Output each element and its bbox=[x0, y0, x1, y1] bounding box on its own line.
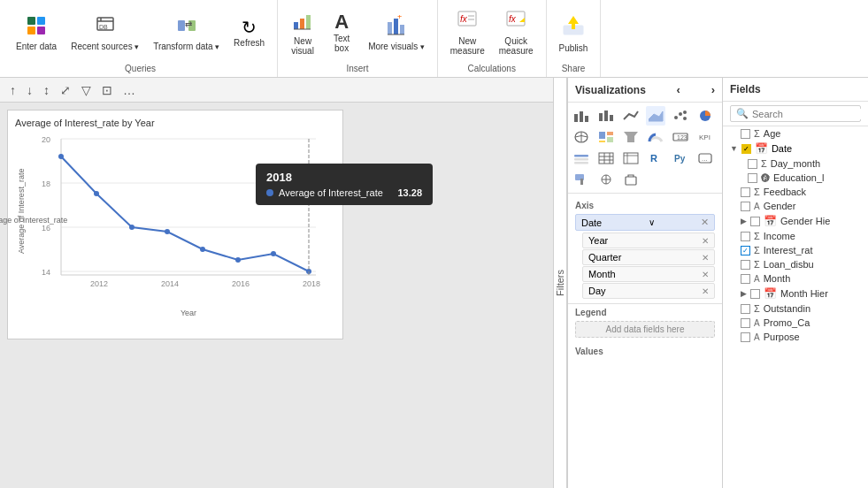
viz-panel-title: Visualizations bbox=[575, 84, 646, 96]
axis-date-field[interactable]: Date ∨ ✕ bbox=[575, 214, 715, 231]
field-item-promo[interactable]: A Promo_Ca bbox=[723, 316, 868, 330]
viz-icon-slicer[interactable] bbox=[572, 149, 591, 168]
fields-search-input[interactable] bbox=[752, 109, 868, 119]
field-checkbox-age[interactable] bbox=[741, 129, 750, 139]
axis-day-field[interactable]: Day ✕ bbox=[582, 283, 715, 299]
viz-icon-map[interactable] bbox=[572, 127, 591, 147]
focus-icon[interactable]: ⊡ bbox=[99, 81, 115, 99]
field-group-date-header[interactable]: ▼ ✓ 📅 Date bbox=[723, 141, 868, 156]
svg-rect-56 bbox=[599, 113, 603, 121]
viz-icon-funnel[interactable] bbox=[621, 127, 641, 147]
sort-asc-icon[interactable]: ↑ bbox=[7, 81, 19, 99]
axis-month-field[interactable]: Month ✕ bbox=[582, 266, 715, 282]
viz-axis-section: Axis Date ∨ ✕ Year ✕ Quarter ✕ Month ✕ D… bbox=[568, 197, 722, 303]
publish-button[interactable]: Publish bbox=[554, 10, 594, 57]
field-item-gender[interactable]: A Gender bbox=[723, 199, 868, 213]
viz-legend-section: Legend Add data fields here bbox=[568, 303, 722, 341]
expand-icon[interactable]: ⤢ bbox=[58, 81, 73, 99]
svg-rect-29 bbox=[572, 24, 575, 29]
svg-text:...: ... bbox=[702, 155, 708, 163]
field-checkbox-promo[interactable] bbox=[741, 318, 750, 328]
year-remove[interactable]: ✕ bbox=[702, 236, 709, 246]
viz-icon-gauge[interactable] bbox=[646, 127, 665, 147]
svg-rect-66 bbox=[599, 132, 605, 139]
viz-panel-chevron-right[interactable]: › bbox=[711, 83, 715, 96]
field-item-income[interactable]: Σ Income bbox=[723, 229, 868, 243]
field-item-month-hier[interactable]: ▶ 📅 Month Hier bbox=[723, 286, 868, 301]
field-checkbox-income[interactable] bbox=[741, 232, 750, 241]
field-checkbox-education[interactable] bbox=[748, 173, 757, 183]
field-checkbox-gender[interactable] bbox=[741, 202, 750, 211]
field-item-outstanding[interactable]: Σ Outstandin bbox=[723, 301, 868, 316]
field-item-purpose[interactable]: A Purpose bbox=[723, 330, 868, 344]
svg-text:+: + bbox=[397, 15, 402, 21]
viz-icon-custom[interactable]: ... bbox=[695, 149, 715, 168]
text-box-button[interactable]: A Textbox bbox=[324, 9, 359, 57]
month-remove[interactable]: ✕ bbox=[702, 270, 709, 279]
field-checkbox-date[interactable]: ✓ bbox=[741, 144, 751, 154]
field-checkbox-outstanding[interactable] bbox=[741, 304, 750, 314]
viz-icon-card[interactable]: 123 bbox=[671, 127, 690, 147]
svg-rect-53 bbox=[574, 114, 578, 122]
viz-icon-python[interactable]: Py bbox=[671, 149, 690, 168]
field-item-interest-rate[interactable]: ✓ Σ Interest_rat bbox=[723, 243, 868, 257]
viz-icon-fields-bucket[interactable] bbox=[621, 170, 641, 189]
viz-icon-matrix[interactable] bbox=[621, 149, 641, 168]
field-checkbox-interest-rate[interactable]: ✓ bbox=[741, 246, 750, 255]
transform-data-button[interactable]: ⇄ Transform data bbox=[148, 11, 225, 55]
date-field-remove[interactable]: ✕ bbox=[701, 217, 709, 228]
quarter-remove[interactable]: ✕ bbox=[702, 253, 709, 263]
field-checkbox-gender-hier[interactable] bbox=[750, 217, 760, 226]
field-item-daymonth[interactable]: Σ Day_month bbox=[723, 156, 868, 171]
field-item-age[interactable]: Σ Age bbox=[723, 126, 868, 141]
field-checkbox-month-hier[interactable] bbox=[750, 289, 760, 299]
axis-quarter-field[interactable]: Quarter ✕ bbox=[582, 249, 715, 265]
svg-rect-74 bbox=[574, 155, 588, 157]
viz-icon-kpi[interactable]: KPI bbox=[695, 127, 715, 147]
field-checkbox-month[interactable] bbox=[741, 274, 750, 284]
refresh-button[interactable]: ↻ Refresh bbox=[228, 15, 270, 51]
viz-icon-analytics[interactable] bbox=[596, 170, 616, 189]
field-item-month[interactable]: A Month bbox=[723, 271, 868, 286]
viz-icon-area[interactable] bbox=[646, 106, 665, 126]
quick-measure-button[interactable]: fx Quickmeasure bbox=[494, 6, 539, 59]
viz-icon-table[interactable] bbox=[596, 149, 616, 168]
legend-drop-area[interactable]: Add data fields here bbox=[575, 321, 715, 338]
field-checkbox-purpose[interactable] bbox=[741, 332, 750, 342]
enter-data-button[interactable]: Enter data bbox=[11, 11, 62, 55]
sort-both-icon[interactable]: ↕ bbox=[41, 81, 52, 99]
field-checkbox-daymonth[interactable] bbox=[748, 159, 757, 169]
filter-icon[interactable]: ▽ bbox=[79, 81, 94, 99]
axis-label: Axis bbox=[575, 201, 715, 210]
day-remove[interactable]: ✕ bbox=[702, 286, 709, 296]
axis-year-field[interactable]: Year ✕ bbox=[582, 233, 715, 248]
field-item-loan-disbu[interactable]: Σ Loan_disbu bbox=[723, 257, 868, 271]
field-checkbox-loan-disbu[interactable] bbox=[741, 260, 750, 270]
more-visuals-label: More visuals bbox=[368, 42, 425, 51]
viz-icon-pie[interactable] bbox=[695, 106, 715, 126]
viz-icon-format-paint[interactable] bbox=[572, 170, 591, 189]
field-item-gender-hier[interactable]: ▶ 📅 Gender Hie bbox=[723, 213, 868, 229]
new-measure-button[interactable]: fx Newmeasure bbox=[445, 6, 490, 59]
more-visuals-button[interactable]: + More visuals bbox=[363, 11, 430, 55]
viz-icon-r[interactable]: R bbox=[646, 149, 665, 168]
viz-icon-column[interactable] bbox=[596, 106, 616, 126]
ribbon-group-share: Publish Share bbox=[547, 0, 602, 77]
viz-icon-bar[interactable] bbox=[572, 106, 591, 126]
filters-panel[interactable]: Filters bbox=[553, 78, 567, 488]
field-checkbox-feedback[interactable] bbox=[741, 187, 750, 197]
svg-rect-55 bbox=[585, 116, 588, 122]
viz-panel-chevron-left[interactable]: ‹ bbox=[677, 83, 680, 96]
text-box-label: Textbox bbox=[334, 34, 350, 53]
sort-desc-icon[interactable]: ↓ bbox=[24, 81, 35, 99]
viz-icon-treemap[interactable] bbox=[596, 127, 616, 147]
viz-icon-scatter[interactable] bbox=[671, 106, 690, 126]
viz-icon-line[interactable] bbox=[621, 106, 641, 126]
field-item-feedback[interactable]: Σ Feedback bbox=[723, 185, 868, 199]
recent-sources-button[interactable]: DB Recent sources bbox=[65, 11, 144, 55]
new-visual-button[interactable]: Newvisual bbox=[285, 6, 320, 59]
date-field-chevron: ∨ bbox=[649, 217, 655, 227]
more-options-icon[interactable]: … bbox=[120, 81, 138, 99]
field-item-education[interactable]: 🅐 Education_l bbox=[723, 171, 868, 185]
svg-rect-69 bbox=[599, 141, 605, 142]
